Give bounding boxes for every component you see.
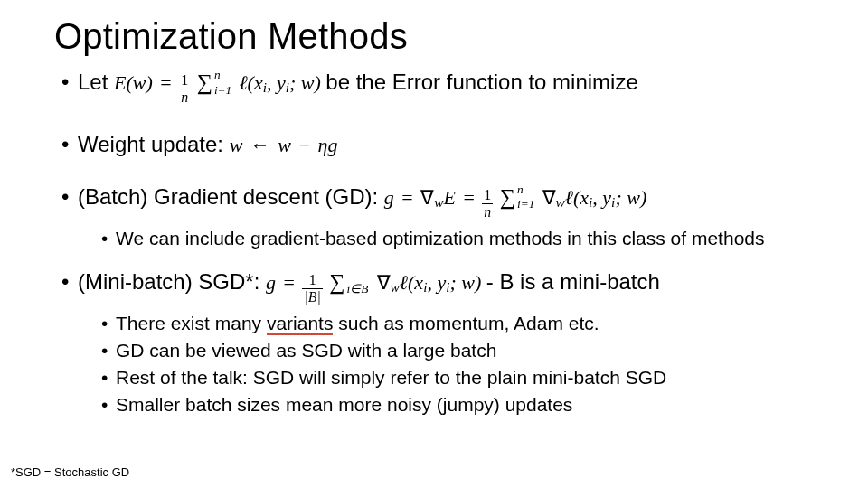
math-close3: ; w) xyxy=(449,271,481,294)
let-pre: Let xyxy=(78,70,114,94)
math-eq: = xyxy=(157,71,174,94)
math-nabla-sub3: w xyxy=(391,279,400,295)
math-y2: , y xyxy=(592,186,611,209)
math-frac-num-B: 1 xyxy=(302,273,322,289)
math-Ew: E(w) xyxy=(114,71,153,94)
math-nabla2: ∇ xyxy=(542,186,556,209)
math-nabla-sub2: w xyxy=(556,194,565,210)
math-frac-1n-b: 1 n xyxy=(482,188,493,220)
sgd-sub1-c: such as momentum, Adam etc. xyxy=(333,313,599,333)
math-sum-lower-b: i=1 xyxy=(517,197,534,211)
math-g: g xyxy=(384,186,394,209)
sgd-sub-3: Rest of the talk: SGD will simply refer … xyxy=(101,366,832,390)
math-frac-1n: 1 n xyxy=(179,73,190,105)
math-ell: ℓ(x xyxy=(239,71,262,94)
math-y3: , y xyxy=(427,271,446,294)
math-eq4: = xyxy=(281,271,297,294)
bullet-weight-update: Weight update: w ← w − ηg xyxy=(61,132,832,157)
math-nabla3: ∇ xyxy=(377,271,391,294)
weight-label: Weight update: xyxy=(78,132,230,156)
sgd-sub-2: GD can be viewed as SGD with a large bat… xyxy=(101,339,832,363)
slide: Optimization Methods Let E(w) = 1 n ∑ n … xyxy=(0,0,868,488)
math-etag: ηg xyxy=(317,134,337,156)
math-eq2: = xyxy=(399,186,415,209)
math-close: ; w) xyxy=(289,71,321,94)
slide-title: Optimization Methods xyxy=(54,16,832,57)
math-frac-num-b: 1 xyxy=(482,188,493,204)
math-sum-B: ∑ i∈B xyxy=(327,269,346,295)
math-minus: − xyxy=(297,134,313,156)
sgd-sub-1: There exist many variants such as moment… xyxy=(101,312,832,336)
math-frac-den: n xyxy=(179,89,190,105)
sgd-sub-4: Smaller batch sizes mean more noisy (jum… xyxy=(101,393,832,418)
math-w2: w xyxy=(278,134,291,156)
math-arrow: ← xyxy=(248,134,273,156)
gd-label: (Batch) Gradient descent (GD): xyxy=(78,184,384,209)
sgd-sub1-a: There exist many xyxy=(116,313,267,333)
let-post: be the Error function to minimize xyxy=(326,70,637,94)
math-sum-lower-B: i∈B xyxy=(347,282,369,296)
math-weight-update: w ← w − ηg xyxy=(230,134,338,156)
sgd-label: (Mini-batch) SGD*: xyxy=(78,269,266,294)
sgd-post: - B is a mini-batch xyxy=(486,269,660,294)
math-gd: g = ∇wE = 1 n ∑ n i=1 ∇wℓ(xi, yi; w) xyxy=(384,186,646,209)
math-frac-den-b: n xyxy=(482,204,493,220)
math-y: , y xyxy=(267,71,286,94)
math-w: w xyxy=(230,134,243,156)
math-g2: g xyxy=(266,271,276,294)
math-ell2: ℓ(x xyxy=(565,186,589,209)
math-nabla: ∇ xyxy=(420,186,434,209)
math-error-function: E(w) = 1 n ∑ n i=1 ℓ(xi, yi; w) xyxy=(114,71,326,94)
math-frac-den-B: |B| xyxy=(302,289,322,305)
math-nabla-sub: w xyxy=(434,194,443,210)
gd-sub-1: We can include gradient-based optimizati… xyxy=(101,227,832,251)
math-sum-upper: n xyxy=(214,68,221,81)
math-sum-lower: i=1 xyxy=(214,83,231,97)
bullet-gd: (Batch) Gradient descent (GD): g = ∇wE =… xyxy=(61,184,832,251)
math-ell3: ℓ(x xyxy=(400,271,423,294)
bullet-let: Let E(w) = 1 n ∑ n i=1 ℓ(xi, yi; w) be t… xyxy=(61,70,832,105)
footnote: *SGD = Stochastic GD xyxy=(11,465,129,479)
math-sgd: g = 1 |B| ∑ i∈B ∇wℓ(xi, yi; w) xyxy=(266,271,486,294)
math-frac-1B: 1 |B| xyxy=(302,273,322,305)
bullet-sgd: (Mini-batch) SGD*: g = 1 |B| ∑ i∈B ∇wℓ(x… xyxy=(61,269,832,418)
math-sum-b: ∑ n i=1 xyxy=(498,184,517,210)
math-close2: ; w) xyxy=(615,186,646,209)
math-E: E xyxy=(443,186,455,209)
math-frac-num: 1 xyxy=(179,73,190,89)
sgd-sub1-b: variants xyxy=(267,313,334,335)
math-sum-upper-b: n xyxy=(517,183,524,196)
math-sum: ∑ n i=1 xyxy=(195,70,214,95)
math-eq3: = xyxy=(460,186,476,209)
